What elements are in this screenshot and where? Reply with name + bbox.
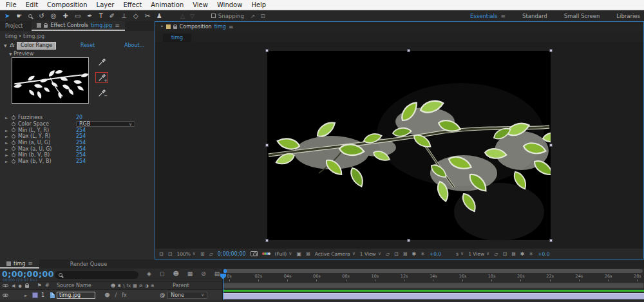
- panel-menu-icon[interactable]: ≡: [28, 260, 33, 267]
- stopwatch-icon[interactable]: [12, 122, 15, 126]
- fast-previews-icon[interactable]: ⊡: [394, 251, 399, 257]
- clone-stamp-tool-icon[interactable]: ⊥: [121, 10, 127, 21]
- shy-switch-icon[interactable]: ☻: [111, 283, 115, 288]
- expander-icon[interactable]: ►: [5, 159, 9, 164]
- eyedropper-subtract-button[interactable]: −: [96, 88, 108, 98]
- parent-dropdown[interactable]: None ∨: [167, 292, 207, 299]
- property-value[interactable]: 254: [76, 146, 86, 152]
- comp-timecode[interactable]: 0;00;00;00: [218, 251, 246, 257]
- expander-icon[interactable]: ►: [5, 134, 9, 138]
- color-space-dropdown[interactable]: RGB ∨: [76, 121, 135, 127]
- puppet-pin-tool-icon[interactable]: ♟: [156, 10, 162, 21]
- selection-handle-bottom-center[interactable]: [407, 239, 410, 242]
- workspace-essentials[interactable]: Essentials≡: [470, 13, 506, 19]
- layer-visibility-icon[interactable]: [0, 292, 9, 298]
- expander-icon[interactable]: ►: [5, 115, 9, 120]
- time-navigator-bar[interactable]: [223, 269, 643, 273]
- draft-3d-icon[interactable]: ◻: [160, 270, 164, 277]
- solo-column-icon[interactable]: ●: [18, 283, 21, 288]
- workspace-libraries[interactable]: Libraries: [616, 13, 640, 19]
- pen-tool-icon[interactable]: ✒: [87, 10, 92, 21]
- fast-previews-icon[interactable]: ⊡: [502, 251, 507, 257]
- graph-editor-icon[interactable]: ▤: [214, 270, 220, 277]
- expander-icon[interactable]: ►: [5, 128, 9, 133]
- parent-column-header[interactable]: Parent: [169, 283, 189, 288]
- eyedropper-add-button[interactable]: +: [96, 73, 108, 82]
- video-column-icon[interactable]: [3, 284, 8, 287]
- aux-dropdown[interactable]: s∨: [456, 251, 464, 257]
- snapshot-icon[interactable]: [251, 251, 258, 256]
- expander-icon[interactable]: ►: [5, 140, 9, 145]
- menu-edit[interactable]: Edit: [26, 1, 38, 8]
- layer-source-name[interactable]: timg.jpg: [57, 292, 95, 299]
- resolution-dropdown[interactable]: (Full)∨: [275, 251, 292, 257]
- magnification-dropdown[interactable]: 100%∨: [176, 251, 196, 257]
- frame-blending-icon[interactable]: ▦: [187, 270, 193, 277]
- stopwatch-icon[interactable]: [12, 141, 15, 145]
- 3d-switch-icon[interactable]: ⊕: [151, 283, 155, 288]
- layer-expander-icon[interactable]: ►: [24, 293, 32, 297]
- tab-effect-controls[interactable]: Effect Controls timg.jpg ≡: [32, 21, 124, 31]
- work-area-bar[interactable]: [223, 283, 644, 288]
- composition-viewer[interactable]: [155, 42, 643, 249]
- audio-column-icon[interactable]: ◀: [12, 283, 15, 288]
- fx-switch-icon[interactable]: fx: [127, 283, 131, 288]
- main-viewer-icon[interactable]: ⊡: [168, 251, 173, 257]
- layer-duration-bar[interactable]: [223, 293, 644, 299]
- reset-exposure-icon[interactable]: ✳: [529, 251, 533, 257]
- property-value[interactable]: 20: [76, 115, 82, 120]
- stopwatch-icon[interactable]: [12, 116, 15, 120]
- exposure-value-2[interactable]: +0.0: [538, 251, 549, 257]
- stopwatch-icon[interactable]: [12, 128, 15, 132]
- lock-icon[interactable]: [173, 26, 177, 29]
- selection-handle-top-right[interactable]: [549, 49, 553, 52]
- effects-switch-icon[interactable]: ✱: [117, 283, 121, 288]
- stopwatch-icon[interactable]: [12, 135, 15, 138]
- view-layout-dropdown[interactable]: 1 View∨: [360, 251, 381, 257]
- property-value[interactable]: 254: [76, 133, 86, 139]
- exposure-value[interactable]: +0.0: [430, 251, 441, 257]
- timeline-button-icon[interactable]: ⊠: [403, 251, 408, 257]
- property-value[interactable]: 254: [76, 158, 86, 164]
- eyedropper-sample-button[interactable]: [96, 57, 108, 67]
- flowchart-button-icon[interactable]: ✱: [520, 251, 525, 257]
- layer-row-1[interactable]: ► 1 timg.jpg ☻ / fx @ None ∨: [0, 290, 222, 300]
- workspace-standard[interactable]: Standard: [522, 13, 547, 19]
- stopwatch-icon[interactable]: [12, 153, 15, 157]
- tab-label[interactable]: Composition: [180, 24, 212, 30]
- pixel-aspect-icon[interactable]: ▱: [386, 251, 390, 257]
- pixel-aspect-icon[interactable]: ▱: [494, 251, 498, 257]
- transparency-grid-icon[interactable]: ▣: [296, 251, 301, 257]
- effect-name[interactable]: Color Range: [17, 42, 56, 50]
- snap-option-icon[interactable]: ⊡: [260, 13, 265, 19]
- layer-label-chip[interactable]: [32, 292, 38, 298]
- zoom-tool-icon[interactable]: [28, 10, 32, 21]
- timeline-track-area[interactable]: 0s 02s 04s 06s 08s 10s 12s 14s 16s 18s 2…: [223, 269, 644, 300]
- show-channel-icon[interactable]: [262, 252, 270, 255]
- collapse-preview-icon[interactable]: ▼: [9, 52, 12, 56]
- rotate-tool-icon[interactable]: ↺: [39, 10, 44, 21]
- tab-render-queue[interactable]: Render Queue: [70, 261, 107, 267]
- menu-composition[interactable]: Composition: [47, 1, 87, 8]
- roto-brush-tool-icon[interactable]: ✂: [145, 10, 150, 21]
- source-name-column-header[interactable]: Source Name: [57, 283, 111, 288]
- property-value[interactable]: 254: [76, 127, 86, 133]
- frame-blend-switch-icon[interactable]: \: [123, 283, 124, 288]
- panel-menu-icon[interactable]: ≡: [115, 23, 120, 29]
- motion-blur-icon[interactable]: ⊘: [201, 270, 206, 277]
- menu-animation[interactable]: Animation: [151, 1, 184, 8]
- snap-option-icon[interactable]: ↗: [251, 13, 256, 19]
- lock-icon[interactable]: [44, 25, 48, 28]
- workspace-small-screen[interactable]: Small Screen: [564, 13, 600, 19]
- tab-project[interactable]: Project: [0, 21, 32, 31]
- selection-handle-bottom-left[interactable]: [265, 239, 269, 242]
- menu-effect[interactable]: Effect: [123, 1, 142, 8]
- timeline-search-input[interactable]: [55, 271, 138, 279]
- motion-blur-switch-icon[interactable]: ⊘: [139, 283, 143, 288]
- pick-whip-icon[interactable]: @: [160, 292, 165, 298]
- property-value[interactable]: 254: [76, 140, 86, 146]
- flowchart-button-icon[interactable]: ✱: [412, 251, 416, 257]
- navigator-handle[interactable]: [223, 269, 227, 273]
- region-of-interest-icon[interactable]: ▱: [209, 251, 213, 257]
- workspace-menu-icon[interactable]: ≡: [501, 13, 506, 19]
